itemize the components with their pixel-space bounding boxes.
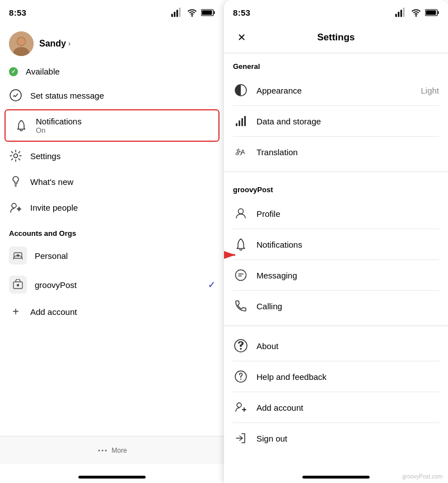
- profile-label: Profile: [256, 209, 439, 219]
- calling-label: Calling: [256, 301, 439, 311]
- wifi-icon-right: [410, 6, 422, 18]
- data-storage-item[interactable]: Data and storage: [224, 106, 448, 136]
- help-icon: [233, 369, 249, 384]
- notifications-settings-label: Notifications: [256, 240, 439, 249]
- notifications-label: Notifications: [36, 117, 82, 126]
- close-button[interactable]: ✕: [233, 29, 250, 46]
- svg-rect-1: [174, 12, 176, 17]
- add-account-settings-label: Add account: [256, 403, 439, 412]
- status-icons-left: [171, 6, 215, 18]
- sign-out-item[interactable]: Sign out: [224, 423, 448, 453]
- svg-point-44: [240, 379, 241, 380]
- add-account-label-left: Add account: [30, 307, 77, 317]
- svg-rect-26: [400, 10, 402, 17]
- calling-icon: [233, 298, 249, 314]
- add-account-item-left[interactable]: + Add account: [0, 299, 224, 324]
- home-indicator-left: [0, 464, 224, 483]
- user-name[interactable]: Sandy ›: [39, 39, 71, 49]
- svg-rect-0: [171, 14, 173, 17]
- set-status-icon: [9, 89, 22, 102]
- settings-content: General Appearance Light: [224, 53, 448, 464]
- notifications-text: Notifications On: [36, 117, 82, 134]
- svg-rect-3: [179, 8, 181, 17]
- notifications-settings-item[interactable]: Notifications: [224, 229, 448, 259]
- svg-rect-27: [403, 8, 405, 17]
- appearance-icon: [233, 82, 249, 98]
- groovypost-check: ✓: [208, 280, 215, 290]
- svg-rect-15: [15, 186, 17, 187]
- svg-point-16: [12, 203, 16, 208]
- watermark: groovyPost.com: [402, 473, 442, 480]
- help-item[interactable]: Help and feedback: [224, 361, 448, 392]
- svg-point-28: [416, 15, 417, 17]
- notifications-icon-settings: [233, 236, 249, 252]
- accounts-section-title: Accounts and Orgs: [0, 220, 224, 241]
- groovypost-label: groovyPost: [35, 280, 200, 290]
- svg-rect-30: [438, 11, 439, 14]
- groovypost-account-item[interactable]: groovyPost ✓: [0, 270, 224, 299]
- svg-point-12: [10, 90, 21, 101]
- profile-item[interactable]: Profile: [224, 198, 448, 229]
- svg-point-23: [105, 449, 107, 451]
- add-account-settings-item[interactable]: Add account: [224, 392, 448, 422]
- left-panel: 8:53: [0, 0, 224, 483]
- svg-rect-42: [240, 348, 242, 350]
- calling-item[interactable]: Calling: [224, 291, 448, 321]
- signal-icon: [171, 6, 183, 18]
- set-status-label: Set status message: [30, 91, 104, 100]
- svg-rect-36: [244, 116, 246, 126]
- groovypost-icon: [9, 276, 27, 294]
- data-storage-label: Data and storage: [256, 117, 439, 126]
- more-tab[interactable]: More: [97, 445, 127, 456]
- invite-icon: [9, 201, 22, 214]
- about-item[interactable]: About: [224, 331, 448, 361]
- notifications-box[interactable]: Notifications On: [4, 109, 220, 142]
- svg-point-4: [192, 15, 193, 17]
- notifications-sublabel: On: [36, 126, 82, 134]
- groovypost-section-title: groovyPost: [224, 177, 448, 198]
- left-content: Sandy › Available Set status message: [0, 25, 224, 436]
- svg-rect-20: [17, 284, 19, 286]
- svg-rect-18: [17, 254, 19, 257]
- home-bar-left: [78, 476, 146, 479]
- messaging-icon: [233, 267, 249, 283]
- user-header[interactable]: Sandy ›: [0, 25, 224, 61]
- whats-new-item[interactable]: What's new: [0, 169, 224, 194]
- settings-header: ✕ Settings: [224, 25, 448, 53]
- battery-icon-right: [425, 9, 439, 16]
- data-storage-icon: [233, 113, 249, 129]
- invite-item[interactable]: Invite people: [0, 194, 224, 220]
- messaging-item[interactable]: Messaging: [224, 260, 448, 290]
- about-label: About: [256, 341, 439, 351]
- plus-icon: +: [9, 305, 22, 318]
- appearance-label: Appearance: [256, 86, 413, 95]
- personal-account-item[interactable]: Personal: [0, 241, 224, 270]
- time-right: 8:53: [233, 8, 250, 17]
- status-bar-right: 8:53: [224, 0, 448, 25]
- notifications-item[interactable]: Notifications On: [6, 110, 218, 141]
- general-section-title: General: [224, 53, 448, 75]
- translation-icon: あ A: [233, 144, 249, 160]
- available-item[interactable]: Available: [0, 61, 224, 82]
- add-account-settings-icon: [233, 400, 249, 415]
- svg-rect-33: [236, 123, 237, 126]
- svg-rect-14: [15, 184, 17, 185]
- appearance-item[interactable]: Appearance Light: [224, 75, 448, 105]
- svg-rect-31: [426, 10, 436, 15]
- available-icon: [9, 67, 18, 76]
- sign-out-label: Sign out: [256, 434, 439, 443]
- profile-icon: [233, 206, 249, 221]
- messaging-label: Messaging: [256, 271, 439, 280]
- more-icon: [97, 445, 108, 456]
- svg-rect-7: [202, 10, 212, 15]
- status-bar-left: 8:53: [0, 0, 224, 25]
- set-status-item[interactable]: Set status message: [0, 82, 224, 108]
- appearance-value: Light: [421, 86, 439, 95]
- groovypost-section-divider: [224, 326, 448, 326]
- settings-item[interactable]: Settings: [0, 143, 224, 169]
- svg-rect-6: [214, 11, 215, 14]
- svg-point-21: [99, 449, 100, 451]
- translation-label: Translation: [256, 147, 439, 157]
- personal-label: Personal: [35, 251, 215, 261]
- translation-item[interactable]: あ A Translation: [224, 137, 448, 167]
